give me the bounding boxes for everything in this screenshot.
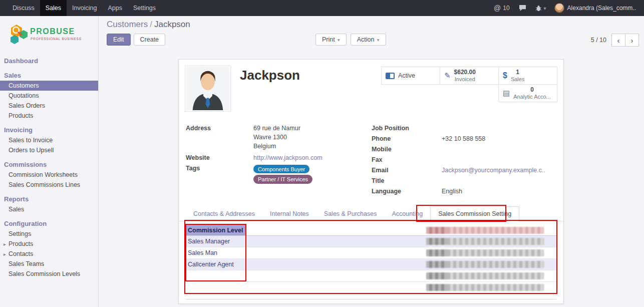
breadcrumb-separator: / (150, 20, 152, 29)
phone-label: Phone (372, 135, 442, 143)
sidebar-item-config-contacts[interactable]: ▸Contacts (0, 249, 98, 259)
invoiced-stat-button[interactable]: ✎ $620.00 Invoiced (440, 67, 499, 85)
chevron-left-icon: ‹ (617, 36, 620, 45)
sidebar-item-sales-commission-levels[interactable]: Sales Commission Levels (0, 269, 98, 279)
bug-icon (535, 5, 542, 12)
active-toggle-icon (386, 73, 395, 79)
sidebar-item-settings[interactable]: Settings (0, 229, 98, 239)
tag-components-buyer: Components Buyer (253, 165, 309, 173)
sidebar-item-commission-worksheets[interactable]: Commission Worksheets (0, 170, 98, 180)
sidebar-item-quotations[interactable]: Quotations (0, 91, 98, 101)
tab-contacts-addresses[interactable]: Contacts & Addresses (186, 207, 262, 221)
sidebar-item-sales-commissions-lines[interactable]: Sales Commissions Lines (0, 180, 98, 190)
chat-bubble-icon (519, 5, 526, 12)
breadcrumb: Customers/Jackpson (107, 20, 190, 30)
analytic-label: Analytic Acco... (513, 94, 551, 100)
field-groups: Address 69 rue de Namur Wavre 1300 Belgi… (186, 125, 557, 198)
commission-table-header-row: Commission Level (186, 225, 557, 236)
pager-previous-button[interactable]: ‹ (611, 34, 625, 47)
tags-value: Components Buyer Partner / IT Services (253, 165, 312, 184)
sidebar-item-products[interactable]: Products (0, 111, 98, 121)
tag-partner-it-services: Partner / IT Services (253, 175, 312, 183)
menu-discuss[interactable]: Discuss (7, 0, 40, 16)
commission-level-cell: Callcenter Agent (186, 261, 246, 268)
logo-title: PROBUSE (30, 27, 75, 36)
redacted-cell (426, 238, 544, 245)
table-row[interactable]: Sales Man (186, 247, 557, 259)
commission-level-cell: Sales Manager (186, 238, 246, 245)
email-link[interactable]: Jackpson@yourcompany.example.c.. (442, 167, 545, 175)
sidebar-item-sales-orders[interactable]: Sales Orders (0, 101, 98, 111)
at-icon: @ (494, 4, 501, 12)
sidebar-header-reports[interactable]: Reports (0, 194, 98, 204)
sidebar-item-dashboard[interactable]: Dashboard (0, 56, 98, 66)
address-line: Belgium (253, 143, 300, 150)
fax-label: Fax (372, 156, 442, 164)
analytic-stat-button[interactable]: ▤ 0 Analytic Acco... (498, 84, 557, 102)
messages-button[interactable] (515, 0, 530, 16)
create-button[interactable]: Create (134, 34, 166, 46)
address-label: Address (186, 125, 253, 152)
tags-label: Tags (186, 165, 253, 184)
mobile-label: Mobile (372, 146, 442, 154)
tab-internal-notes[interactable]: Internal Notes (262, 207, 316, 221)
menu-apps[interactable]: Apps (102, 0, 128, 16)
analytic-count: 0 (513, 87, 551, 94)
sidebar-header-invoicing[interactable]: Invoicing (0, 125, 98, 135)
breadcrumb-customers-link[interactable]: Customers (107, 20, 148, 29)
user-menu[interactable]: Alexandra (Sales_comm.. (551, 0, 639, 16)
menu-sales[interactable]: Sales (40, 0, 67, 16)
user-name: Alexandra (Sales_comm.. (567, 5, 636, 12)
website-link[interactable]: http://www.jackpson.com (253, 154, 323, 162)
user-avatar-icon (554, 3, 564, 13)
email-label: Email (372, 167, 442, 175)
tab-sales-purchases[interactable]: Sales & Purchases (316, 207, 385, 221)
active-stat-button[interactable]: Active (381, 67, 440, 85)
sidebar-header-configuration[interactable]: Configuration (0, 218, 98, 229)
language-label: Language (372, 188, 442, 196)
table-row (186, 282, 557, 293)
notebook-tabs: Contacts & Addresses Internal Notes Sale… (179, 206, 563, 221)
sales-stat-button[interactable]: $ 1 Sales (498, 67, 557, 85)
sidebar-item-sales-to-invoice[interactable]: Sales to Invoice (0, 135, 98, 145)
sidebar-item-orders-to-upsell[interactable]: Orders to Upsell (0, 145, 98, 155)
expand-arrow-icon: ▸ (4, 251, 7, 257)
edit-button[interactable]: Edit (107, 34, 131, 46)
caret-down-icon: ▾ (544, 6, 546, 11)
sidebar-item-sales-teams[interactable]: Sales Teams (0, 259, 98, 269)
website-label: Website (186, 154, 253, 162)
tab-accounting[interactable]: Accounting (384, 207, 430, 221)
dollar-icon: $ (503, 71, 507, 80)
language-value: English (442, 188, 462, 196)
table-row[interactable]: Sales Manager (186, 236, 557, 247)
commission-level-header: Commission Level (186, 225, 246, 235)
pager-value[interactable]: 5 / 10 (591, 37, 606, 44)
menu-settings[interactable]: Settings (128, 0, 161, 16)
sidebar-item-reports-sales[interactable]: Sales (0, 204, 98, 214)
tab-sales-commission-setting[interactable]: Sales Commission Setting (430, 206, 519, 221)
redacted-cell (426, 272, 544, 279)
sidebar-item-customers[interactable]: Customers (0, 81, 98, 91)
sidebar-item-config-products[interactable]: ▸Products (0, 239, 98, 249)
sidebar-header-commissions[interactable]: Commissions (0, 159, 98, 170)
caret-down-icon: ▾ (377, 37, 379, 43)
pager-next-button[interactable]: › (625, 34, 639, 47)
table-row[interactable]: Callcenter Agent (186, 259, 557, 270)
redacted-cell (426, 249, 544, 256)
mentions-button[interactable]: @ 10 (490, 0, 514, 16)
record-title: Jackpson (240, 68, 300, 83)
stat-buttons: Active ✎ $620.00 Invoiced $ 1 Sales (381, 67, 557, 102)
print-label: Print (322, 36, 335, 43)
sidebar-item-label: Contacts (9, 250, 33, 257)
action-dropdown-button[interactable]: Action▾ (351, 34, 386, 46)
print-dropdown-button[interactable]: Print▾ (315, 34, 347, 46)
top-navbar: Discuss Sales Invoicing Apps Settings @ … (0, 0, 644, 16)
invoiced-label: Invoiced (454, 76, 476, 83)
ledger-icon: ▤ (503, 89, 510, 98)
job-position-label: Job Position (372, 125, 442, 133)
debug-menu-button[interactable]: ▾ (531, 0, 550, 16)
sidebar-header-sales[interactable]: Sales (0, 70, 98, 81)
address-line: Wavre 1300 (253, 134, 300, 141)
menu-invoicing[interactable]: Invoicing (67, 0, 102, 16)
pencil-icon: ✎ (444, 71, 451, 80)
